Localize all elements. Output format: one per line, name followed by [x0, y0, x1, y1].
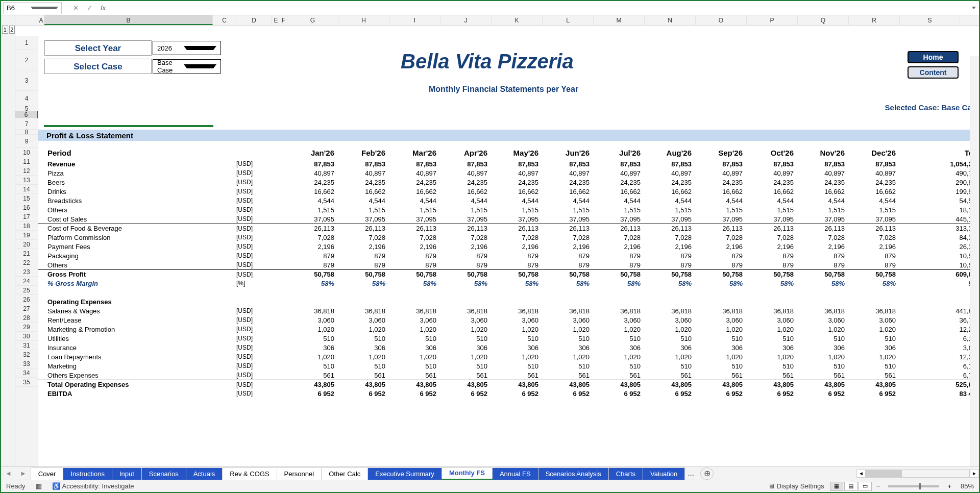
col-header-R[interactable]: R [849, 15, 900, 25]
row-header-17[interactable]: 17 [15, 212, 38, 221]
col-header-E[interactable]: E [272, 15, 280, 25]
sheet-tab[interactable]: Monthly FS [442, 467, 493, 480]
name-box[interactable]: B6 [3, 2, 62, 14]
row-header-25[interactable]: 25 [15, 286, 38, 295]
view-page-layout-button[interactable]: ▤ [844, 482, 857, 491]
accept-icon[interactable]: ✓ [87, 4, 92, 12]
col-header-O[interactable]: O [696, 15, 747, 25]
display-settings-button[interactable]: 🖥Display Settings [768, 482, 824, 490]
hscroll-left[interactable]: ◄ [856, 470, 866, 478]
row-header-4[interactable]: 4 [15, 91, 38, 106]
zoom-out-button[interactable]: − [876, 482, 880, 490]
col-header-B[interactable]: B [44, 15, 213, 25]
col-header-L[interactable]: L [543, 15, 594, 25]
sheet-tab[interactable]: Annual FS [492, 467, 538, 480]
col-header-Q[interactable]: Q [798, 15, 849, 25]
hscroll-track[interactable] [866, 470, 970, 478]
row-header-18[interactable]: 18 [15, 221, 38, 231]
chevron-down-icon[interactable] [31, 7, 59, 9]
select-all-corner[interactable] [15, 15, 38, 25]
sheet-tab[interactable]: Instructions [63, 467, 112, 480]
row-header-22[interactable]: 22 [15, 258, 38, 267]
select-case-dropdown[interactable]: Base Case [153, 59, 221, 73]
sheet-tab[interactable]: Personnel [277, 467, 322, 480]
tabs-more[interactable]: … [684, 470, 697, 477]
row-header-21[interactable]: 21 [15, 249, 38, 258]
sheet-tab[interactable]: Scenarios Analysis [538, 467, 609, 480]
view-page-break-button[interactable]: ▭ [859, 482, 872, 491]
row-header-19[interactable]: 19 [15, 231, 38, 240]
col-header-S[interactable]: S [900, 15, 960, 25]
row-header-29[interactable]: 29 [15, 323, 38, 332]
sheet-tab[interactable]: Input [112, 467, 142, 480]
col-header-P[interactable]: P [747, 15, 798, 25]
accessibility-status[interactable]: ♿ Accessibility: Investigate [52, 482, 134, 490]
row-header-23[interactable]: 23 [15, 267, 38, 277]
row-header-12[interactable]: 12 [15, 166, 38, 176]
row-header-35[interactable]: 35 [15, 378, 38, 387]
row-header-11[interactable]: 11 [15, 157, 38, 166]
outline-level-1[interactable]: 1 [2, 26, 8, 34]
add-sheet-button[interactable]: ⊕ [700, 467, 714, 480]
col-header-H[interactable]: H [338, 15, 389, 25]
row-header-20[interactable]: 20 [15, 240, 38, 249]
col-header-D[interactable]: D [236, 15, 272, 25]
sheet-tab[interactable]: Actuals [186, 467, 223, 480]
row-header-13[interactable]: 13 [15, 176, 38, 185]
sheet-tab[interactable]: Executive Summary [368, 467, 442, 480]
col-header-A[interactable]: A [38, 15, 44, 25]
row-header-10[interactable]: 10 [15, 148, 38, 157]
row-header-6[interactable]: 6 [15, 111, 38, 118]
cancel-icon[interactable]: ✕ [73, 4, 79, 12]
row-header-33[interactable]: 33 [15, 359, 38, 368]
row-header-9[interactable]: 9 [15, 135, 38, 148]
row-header-2[interactable]: 2 [15, 50, 38, 70]
row-header-31[interactable]: 31 [15, 341, 38, 350]
col-header-M[interactable]: M [594, 15, 645, 25]
home-button[interactable]: Home [908, 51, 959, 63]
macro-record-icon[interactable]: ▦ [36, 482, 42, 490]
row-header-28[interactable]: 28 [15, 313, 38, 323]
sheet-tab[interactable]: Valuation [643, 467, 685, 480]
hscroll-right[interactable]: ► [970, 470, 979, 478]
row-header-14[interactable]: 14 [15, 185, 38, 194]
row-header-16[interactable]: 16 [15, 203, 38, 212]
row-header-26[interactable]: 26 [15, 295, 38, 304]
col-header-J[interactable]: J [440, 15, 492, 25]
tab-nav-next[interactable]: ► [16, 470, 31, 477]
content-button[interactable]: Content [908, 66, 959, 79]
row-header-8[interactable]: 8 [15, 130, 38, 135]
row-header-30[interactable]: 30 [15, 332, 38, 341]
cells-area[interactable]: Select Year 2026 Select Case Base Case B… [38, 36, 979, 466]
fx-icon[interactable]: fx [101, 4, 106, 12]
tab-nav-prev[interactable]: ◄ [1, 470, 16, 477]
zoom-slider[interactable] [888, 485, 939, 487]
row-header-5[interactable]: 5 [15, 106, 38, 111]
outline-level-2[interactable]: 2 [9, 26, 15, 34]
sheet-tab[interactable]: Scenarios [141, 467, 186, 480]
row-header-7[interactable]: 7 [15, 118, 38, 130]
sheet-tab[interactable]: Other Calc [321, 467, 368, 480]
row-header-1[interactable]: 1 [15, 36, 38, 50]
sheet-tab[interactable]: Charts [608, 467, 643, 480]
col-header-N[interactable]: N [645, 15, 696, 25]
row-header-15[interactable]: 15 [15, 194, 38, 203]
zoom-in-button[interactable]: + [947, 482, 951, 490]
col-header-C[interactable]: C [213, 15, 236, 25]
formula-expand-icon[interactable] [972, 7, 976, 9]
row-header-34[interactable]: 34 [15, 368, 38, 378]
col-header-I[interactable]: I [389, 15, 440, 25]
row-header-27[interactable]: 27 [15, 304, 38, 313]
zoom-level[interactable]: 85% [961, 482, 974, 490]
row-header-32[interactable]: 32 [15, 350, 38, 359]
view-normal-button[interactable]: ▦ [830, 482, 843, 491]
row-header-24[interactable]: 24 [15, 277, 38, 286]
vertical-scrollbar[interactable] [970, 56, 979, 466]
sheet-tab[interactable]: Rev & COGS [222, 467, 277, 480]
col-header-G[interactable]: G [287, 15, 338, 25]
sheet-tab[interactable]: Cover [31, 467, 64, 480]
col-header-K[interactable]: K [492, 15, 543, 25]
col-header-F[interactable]: F [280, 15, 287, 25]
select-year-dropdown[interactable]: 2026 [153, 41, 221, 55]
row-header-3[interactable]: 3 [15, 70, 38, 91]
